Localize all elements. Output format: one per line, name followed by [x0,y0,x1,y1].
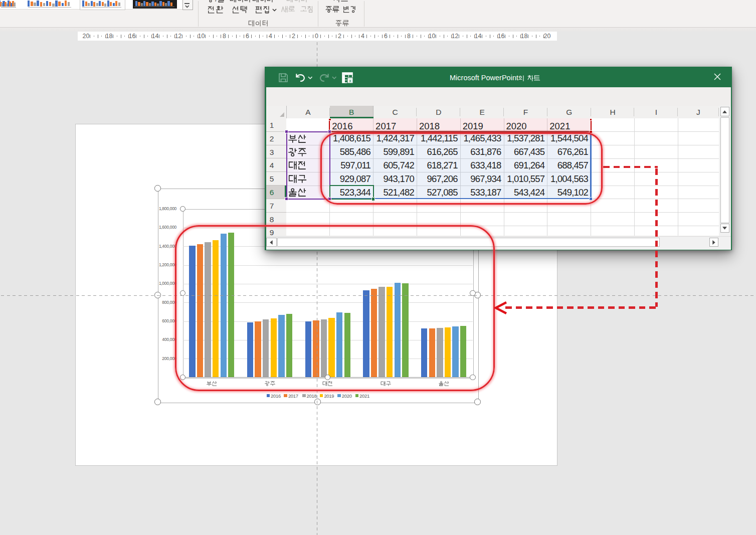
svg-text:x: x [349,78,351,83]
